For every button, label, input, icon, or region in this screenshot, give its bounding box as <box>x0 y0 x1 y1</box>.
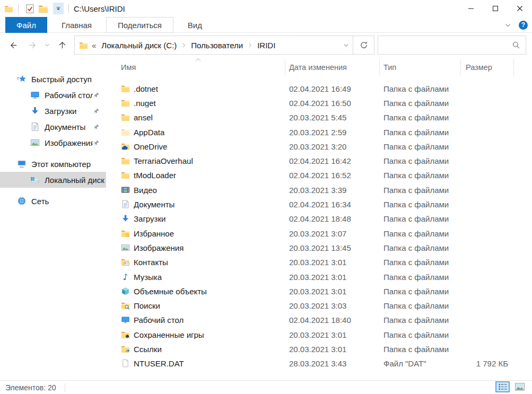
tab-share[interactable]: Поделиться <box>106 17 173 33</box>
file-date: 20.03.2021 2:59 <box>289 127 346 136</box>
file-row[interactable]: Ссылки 20.03.2021 3:01 Папка с файлами <box>106 342 532 356</box>
column-divider[interactable] <box>460 59 461 75</box>
sidebar-item[interactable]: Изображения <box>0 135 106 151</box>
folder-icon <box>121 113 130 122</box>
sidebar-item[interactable]: Локальный диск (C <box>0 172 106 188</box>
sidebar-item[interactable]: Рабочий стол <box>0 87 106 103</box>
up-button[interactable] <box>54 36 70 55</box>
tab-home[interactable]: Главная <box>50 17 103 33</box>
help-button[interactable]: ? <box>519 21 528 30</box>
sidebar-item[interactable]: Документы <box>0 119 106 135</box>
breadcrumb-segment[interactable]: Пользователи <box>189 41 245 50</box>
refresh-button[interactable] <box>353 36 374 54</box>
search-icon[interactable] <box>512 41 520 49</box>
column-divider[interactable] <box>285 59 285 75</box>
sidebar-item-label: Локальный диск (C <box>45 176 106 185</box>
file-type: Папка с файлами <box>383 156 449 165</box>
file-row[interactable]: OneDrive 20.03.2021 3:20 Папка с файлами <box>106 139 532 153</box>
details-view-button[interactable] <box>495 381 510 392</box>
file-row[interactable]: Контакты 20.03.2021 3:01 Папка с файлами <box>106 255 532 269</box>
maximize-icon <box>491 4 500 13</box>
breadcrumb-overflow[interactable]: « <box>92 41 96 50</box>
column-header-name[interactable]: Имя <box>121 63 136 72</box>
properties-check-icon[interactable] <box>25 4 35 14</box>
customize-quick-access-button[interactable] <box>53 3 64 14</box>
sidebar-item[interactable]: Этот компьютер <box>0 156 106 172</box>
thumbnails-view-button[interactable] <box>512 381 527 392</box>
sidebar-item[interactable]: Загрузки <box>0 103 106 119</box>
this-pc-icon <box>17 159 27 169</box>
file-row[interactable]: .dotnet 02.04.2021 16:49 Папка с файлами <box>106 81 532 95</box>
desktop-icon <box>121 316 130 325</box>
file-date: 20.03.2021 3:20 <box>289 142 346 151</box>
column-header-size[interactable]: Размер <box>466 63 492 72</box>
address-bar[interactable]: « Локальный диск (C:)ПользователиIRIDI <box>74 36 374 55</box>
file-name: Сохраненные игры <box>134 330 204 339</box>
sidebar-item-label: Рабочий стол <box>45 91 93 100</box>
breadcrumb-segment[interactable]: Локальный диск (C:) <box>100 41 178 50</box>
file-row[interactable]: Сохраненные игры 20.03.2021 3:01 Папка с… <box>106 327 532 342</box>
sidebar-item[interactable]: Быстрый доступ <box>0 71 106 87</box>
file-date: 20.03.2021 5:45 <box>289 113 346 122</box>
desktop-icon <box>30 90 40 100</box>
address-dropdown-button[interactable] <box>339 36 353 54</box>
file-row[interactable]: Изображения 20.03.2021 13:45 Папка с фай… <box>106 240 532 255</box>
column-divider[interactable] <box>379 59 380 75</box>
pin-icon <box>93 92 100 99</box>
folder-icon[interactable] <box>38 4 48 14</box>
file-row[interactable]: Рабочий стол 02.04.2021 18:40 Папка с фа… <box>106 313 532 327</box>
file-row[interactable]: Видео 20.03.2021 3:39 Папка с файлами <box>106 182 532 197</box>
ribbon-right-controls: ? <box>504 17 528 33</box>
file-row[interactable]: Объемные объекты 20.03.2021 3:01 Папка с… <box>106 284 532 298</box>
file-name: OneDrive <box>134 142 167 151</box>
file-row[interactable]: Избранное 20.03.2021 3:07 Папка с файлам… <box>106 226 532 240</box>
tab-view[interactable]: Вид <box>177 17 213 33</box>
file-row[interactable]: AppData 20.03.2021 2:59 Папка с файлами <box>106 125 532 139</box>
pin-icon <box>93 139 100 146</box>
breadcrumb-segment[interactable]: IRIDI <box>256 41 277 50</box>
forward-button[interactable] <box>24 36 40 55</box>
file-row[interactable]: Документы 02.04.2021 16:34 Папка с файла… <box>106 197 532 211</box>
file-date: 02.04.2021 16:52 <box>289 171 351 180</box>
items-count: Элементов: 20 <box>0 383 65 392</box>
onedrive-folder-icon <box>121 142 130 151</box>
documents-icon <box>30 122 40 132</box>
file-row[interactable]: ansel 20.03.2021 5:45 Папка с файлами <box>106 110 532 125</box>
column-divider[interactable] <box>513 59 514 75</box>
pictures-icon <box>30 138 40 147</box>
file-list-area: ИмяДата измененияТипРазмер .dotnet 02.04… <box>106 57 532 380</box>
favorites-folder-icon <box>121 229 130 238</box>
sort-ascending-icon[interactable] <box>195 57 202 63</box>
chevron-down-icon[interactable] <box>504 21 512 29</box>
column-header-type[interactable]: Тип <box>383 63 396 72</box>
file-date: 02.04.2021 18:40 <box>289 316 351 325</box>
maximize-button[interactable] <box>483 0 508 17</box>
file-row[interactable]: tModLoader 02.04.2021 16:52 Папка с файл… <box>106 168 532 182</box>
file-type: Папка с файлами <box>383 113 449 122</box>
file-date: 20.03.2021 3:01 <box>289 272 346 281</box>
minimize-button[interactable] <box>459 0 483 17</box>
file-row[interactable]: NTUSER.DAT 28.03.2021 3:43 Файл "DAT" 1 … <box>106 356 532 371</box>
sidebar-item[interactable]: Сеть <box>0 193 106 209</box>
file-type: Папка с файлами <box>383 272 449 281</box>
history-dropdown-button[interactable] <box>42 36 52 55</box>
back-button[interactable] <box>5 36 21 55</box>
file-date: 28.03.2021 3:43 <box>289 359 346 368</box>
file-row[interactable]: Поиски 20.03.2021 3:03 Папка с файлами <box>106 298 532 312</box>
file-row[interactable]: TerrariaOverhaul 02.04.2021 16:42 Папка … <box>106 153 532 168</box>
titlebar-separator <box>18 4 19 13</box>
details-view-icon <box>498 383 508 391</box>
close-button[interactable] <box>508 0 532 17</box>
file-row[interactable]: Загрузки 02.04.2021 18:48 Папка с файлам… <box>106 212 532 226</box>
file-name: NTUSER.DAT <box>134 359 184 368</box>
tab-file[interactable]: Файл <box>5 17 47 33</box>
file-name: Контакты <box>134 258 168 267</box>
search-input[interactable] <box>378 36 512 54</box>
file-row[interactable]: Музыка 20.03.2021 3:01 Папка с файлами <box>106 269 532 284</box>
file-row[interactable]: .nuget 02.04.2021 16:50 Папка с файлами <box>106 95 532 110</box>
file-name: Объемные объекты <box>134 286 207 295</box>
file-name: .dotnet <box>134 84 158 93</box>
file-type: Папка с файлами <box>383 301 449 310</box>
column-header-date[interactable]: Дата изменения <box>289 63 347 72</box>
file-name: Документы <box>134 200 175 209</box>
